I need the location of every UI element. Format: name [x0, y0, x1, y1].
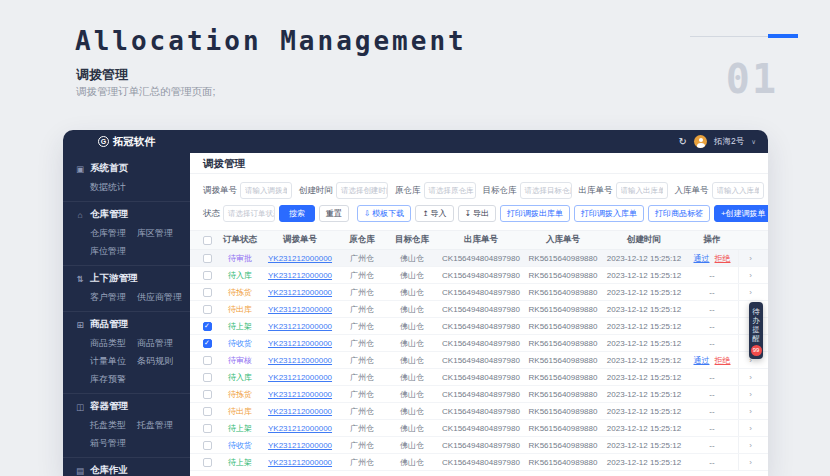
- order-no-link[interactable]: YK231212000000: [268, 390, 332, 399]
- sidebar-section-header[interactable]: ⌂仓库管理: [63, 204, 190, 223]
- todo-reminder-tab[interactable]: 待办提醒99: [749, 302, 763, 359]
- row-checkbox[interactable]: [203, 373, 212, 382]
- row-checkbox[interactable]: [203, 288, 212, 297]
- row-checkbox[interactable]: [203, 407, 212, 416]
- toolbar-button-打印商品标签[interactable]: 打印商品标签: [648, 205, 710, 222]
- row-checkbox[interactable]: [203, 441, 212, 450]
- sidebar-item-库位管理[interactable]: 库位管理: [90, 242, 137, 260]
- row-expand-icon[interactable]: ›: [738, 403, 762, 419]
- row-expand-icon[interactable]: ›: [738, 454, 762, 470]
- row-expand-icon[interactable]: ›: [738, 250, 762, 266]
- sidebar-item-商品管理[interactable]: 商品管理: [137, 334, 184, 352]
- sidebar-section-header[interactable]: ◫容器管理: [63, 396, 190, 415]
- order-no-link[interactable]: YK231212000000: [268, 441, 332, 450]
- sidebar-item-库存预警[interactable]: 库存预警: [90, 370, 137, 388]
- row-expand-icon[interactable]: ›: [738, 386, 762, 402]
- table-row[interactable]: 待上架YK231212000000广州仓佛山仓CK156494804897980…: [190, 454, 768, 471]
- logo-icon: G: [98, 136, 109, 147]
- table-row[interactable]: 待上架YK231212000000广州仓佛山仓CK156494804897980…: [190, 420, 768, 437]
- table-row[interactable]: 待出库YK231212000000广州仓佛山仓CK156494804897980…: [190, 403, 768, 420]
- row-checkbox[interactable]: [203, 271, 212, 280]
- sidebar-item-商品类型[interactable]: 商品类型: [90, 334, 137, 352]
- sidebar-item-数据统计[interactable]: 数据统计: [90, 178, 137, 196]
- row-checkbox[interactable]: [203, 458, 212, 467]
- select-all-checkbox[interactable]: [203, 236, 212, 245]
- table-row[interactable]: 待出库YK231212000000广州仓佛山仓CK156494804897980…: [190, 301, 768, 318]
- outbound-no-cell: CK156494804897980: [438, 356, 524, 365]
- table-row[interactable]: ✓待上架YK231212000000广州仓佛山仓CK15649480489798…: [190, 318, 768, 335]
- table-row[interactable]: 待审核YK231212000000广州仓佛山仓CK156494804897980…: [190, 352, 768, 369]
- reset-button[interactable]: 重置: [319, 205, 349, 222]
- user-avatar[interactable]: [694, 135, 707, 148]
- approve-link[interactable]: 通过: [694, 254, 710, 263]
- order-no-link[interactable]: YK231212000000: [268, 424, 332, 433]
- reject-link[interactable]: 拒绝: [715, 356, 731, 365]
- order-no-link[interactable]: YK231212000000: [268, 288, 332, 297]
- row-checkbox[interactable]: [203, 254, 212, 263]
- toolbar-button-模板下载[interactable]: ⇩模板下载: [357, 205, 411, 222]
- order-no-link[interactable]: YK231212000000: [268, 254, 332, 263]
- order-no-link[interactable]: YK231212000000: [268, 305, 332, 314]
- sidebar-item-箱号管理[interactable]: 箱号管理: [90, 434, 137, 452]
- sidebar-section-header[interactable]: ⊞商品管理: [63, 314, 190, 333]
- table-row[interactable]: ✓待收货YK231212000000广州仓佛山仓CK15649480489798…: [190, 335, 768, 352]
- refresh-icon[interactable]: ↻: [679, 136, 687, 147]
- filter-input-入库单号[interactable]: [712, 182, 764, 199]
- filter-select-原仓库[interactable]: 请选择原仓库∨: [424, 182, 476, 199]
- order-no-link[interactable]: YK231212000000: [268, 322, 332, 331]
- sidebar-section-header[interactable]: ⇅上下游管理: [63, 268, 190, 287]
- filter-select-目标仓库[interactable]: 请选择目标仓库∨: [520, 182, 572, 199]
- sidebar-section-header[interactable]: ▣系统首页: [63, 158, 190, 177]
- sidebar-item-库区管理[interactable]: 库区管理: [137, 224, 184, 242]
- row-checkbox[interactable]: ✓: [203, 339, 212, 348]
- table-row[interactable]: 待入库YK231212000000广州仓佛山仓CK156494804897980…: [190, 369, 768, 386]
- order-no-link[interactable]: YK231212000000: [268, 271, 332, 280]
- section-icon: ⇅: [75, 274, 85, 284]
- toolbar-button-导入[interactable]: ↥导入: [415, 205, 453, 222]
- order-no-link[interactable]: YK231212000000: [268, 373, 332, 382]
- sidebar-item-托盘类型[interactable]: 托盘类型: [90, 416, 137, 434]
- sidebar-item-条码规则[interactable]: 条码规则: [137, 352, 184, 370]
- row-checkbox[interactable]: [203, 424, 212, 433]
- chevron-down-icon[interactable]: ∨: [751, 138, 756, 146]
- row-expand-icon[interactable]: ›: [738, 284, 762, 300]
- row-expand-icon[interactable]: ›: [738, 369, 762, 385]
- approve-link[interactable]: 通过: [694, 356, 710, 365]
- table-row[interactable]: 待收货YK231212000000广州仓佛山仓CK156494804897980…: [190, 437, 768, 454]
- table-row[interactable]: 待拣货YK231212000000广州仓佛山仓CK156494804897980…: [190, 386, 768, 403]
- toolbar-button-打印调拨入库单[interactable]: 打印调拨入库单: [574, 205, 644, 222]
- sidebar-item-仓库管理[interactable]: 仓库管理: [90, 224, 137, 242]
- row-expand-icon[interactable]: ›: [738, 267, 762, 283]
- row-checkbox[interactable]: [203, 305, 212, 314]
- filter-select-状态[interactable]: 请选择订单状态∨: [223, 205, 275, 222]
- created-at-cell: 2023-12-12 15:25:12: [602, 322, 686, 331]
- user-name[interactable]: 拓海2号: [714, 136, 744, 148]
- row-checkbox[interactable]: ✓: [203, 322, 212, 331]
- row-checkbox[interactable]: [203, 356, 212, 365]
- filter-input-出库单号[interactable]: [616, 182, 668, 199]
- sidebar-item-计量单位[interactable]: 计量单位: [90, 352, 137, 370]
- source-warehouse-cell: 广州仓: [338, 406, 386, 417]
- filter-select-创建时间[interactable]: 请选择创建时间∨: [336, 182, 388, 199]
- toolbar-button-导出[interactable]: ↧导出: [458, 205, 496, 222]
- table-row[interactable]: 待拣货YK231212000000广州仓佛山仓CK156494804897980…: [190, 284, 768, 301]
- order-no-link[interactable]: YK231212000000: [268, 356, 332, 365]
- sidebar-item-客户管理[interactable]: 客户管理: [90, 288, 137, 306]
- table-row[interactable]: 待审批YK231212000000广州仓佛山仓CK156494804897980…: [190, 250, 768, 267]
- row-expand-icon[interactable]: ›: [738, 437, 762, 453]
- row-checkbox[interactable]: [203, 390, 212, 399]
- toolbar-button-打印调拨出库单[interactable]: 打印调拨出库单: [500, 205, 570, 222]
- table-row[interactable]: 待入库YK231212000000广州仓佛山仓CK156494804897980…: [190, 267, 768, 284]
- toolbar-button-创建调拨单[interactable]: +创建调拨单: [714, 205, 768, 222]
- filter-field-出库单号: 出库单号: [579, 182, 668, 199]
- sidebar-item-供应商管理[interactable]: 供应商管理: [137, 288, 184, 306]
- order-no-link[interactable]: YK231212000000: [268, 339, 332, 348]
- order-no-link[interactable]: YK231212000000: [268, 458, 332, 467]
- reject-link[interactable]: 拒绝: [715, 254, 731, 263]
- filter-input-调拨单号[interactable]: [240, 182, 292, 199]
- sidebar-section-header[interactable]: ▤仓库作业: [63, 460, 190, 476]
- row-expand-icon[interactable]: ›: [738, 420, 762, 436]
- order-no-link[interactable]: YK231212000000: [268, 407, 332, 416]
- sidebar-item-托盘管理[interactable]: 托盘管理: [137, 416, 184, 434]
- search-button[interactable]: 搜索: [279, 205, 315, 222]
